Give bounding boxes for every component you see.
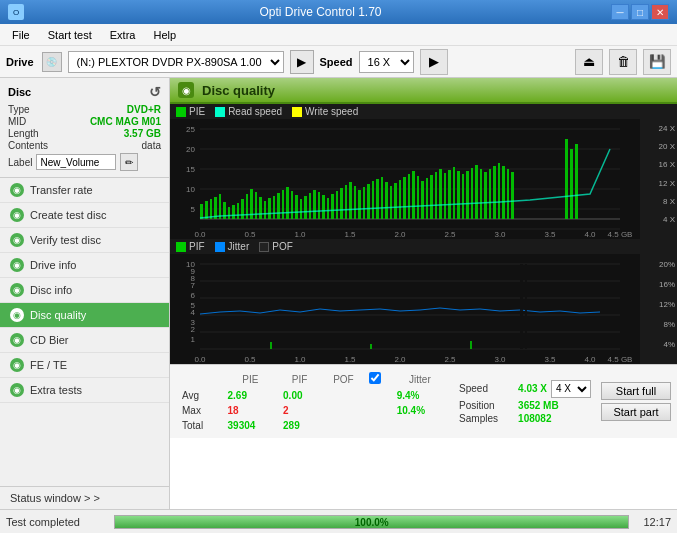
contents-value: data: [142, 140, 161, 151]
disc-info-label: Disc info: [30, 284, 72, 296]
menu-start-test[interactable]: Start test: [40, 27, 100, 43]
svg-text:3.5: 3.5: [544, 355, 556, 364]
svg-rect-62: [426, 178, 428, 219]
sidebar-item-transfer-rate[interactable]: ◉ Transfer rate: [0, 178, 169, 203]
drive-select[interactable]: (N:) PLEXTOR DVDR PX-890SA 1.00: [68, 51, 284, 73]
erase-button[interactable]: 🗑: [609, 49, 637, 75]
chart2-label-20pct: 20%: [647, 260, 675, 269]
sidebar-item-extra-tests[interactable]: ◉ Extra tests: [0, 378, 169, 403]
position-value: 3652 MB: [518, 400, 559, 411]
position-row: Position 3652 MB: [459, 400, 591, 411]
jitter-legend-dot: [215, 242, 225, 252]
chart1-label-20x: 20 X: [647, 142, 675, 151]
type-label: Type: [8, 104, 30, 115]
speed-label: Speed: [459, 383, 514, 394]
create-test-label: Create test disc: [30, 209, 106, 221]
svg-rect-38: [318, 192, 320, 219]
svg-rect-58: [408, 174, 410, 219]
start-part-button[interactable]: Start part: [601, 403, 671, 421]
speed-dropdown[interactable]: 4 X8 X16 X: [551, 380, 591, 398]
svg-text:7: 7: [191, 281, 196, 290]
svg-rect-28: [273, 196, 275, 219]
pof-legend-label: POF: [272, 241, 293, 252]
read-speed-legend-label: Read speed: [228, 106, 282, 117]
status-window-button[interactable]: Status window > >: [0, 487, 169, 509]
drive-arrow-button[interactable]: ▶: [290, 50, 314, 74]
svg-text:2: 2: [191, 325, 196, 334]
svg-rect-21: [241, 199, 244, 219]
svg-rect-64: [435, 172, 437, 219]
cd-bier-label: CD Bier: [30, 334, 69, 346]
maximize-button[interactable]: □: [631, 4, 649, 20]
svg-text:0.0: 0.0: [194, 230, 206, 239]
refresh-button[interactable]: ↺: [149, 84, 161, 100]
sidebar-item-disc-info[interactable]: ◉ Disc info: [0, 278, 169, 303]
sidebar: Disc ↺ Type DVD+R MID CMC MAG M01 Length…: [0, 78, 170, 509]
avg-pif: 0.00: [279, 389, 320, 402]
svg-rect-42: [336, 191, 338, 219]
speed-label: Speed: [320, 56, 353, 68]
eject-button[interactable]: ⏏: [575, 49, 603, 75]
svg-rect-47: [358, 190, 361, 219]
sidebar-item-fe-te[interactable]: ◉ FE / TE: [0, 353, 169, 378]
avg-row: Avg 2.69 0.00 9.4%: [178, 389, 447, 402]
save-button[interactable]: 💾: [643, 49, 671, 75]
svg-rect-70: [462, 174, 464, 219]
svg-text:1.5: 1.5: [344, 230, 356, 239]
drive-info-icon: ◉: [10, 258, 24, 272]
drive-label: Drive: [6, 56, 34, 68]
pif-legend: PIF Jitter POF: [170, 239, 677, 254]
progress-bar: 100.0%: [114, 515, 629, 529]
svg-rect-84: [575, 144, 578, 219]
svg-text:4.0: 4.0: [584, 230, 596, 239]
svg-rect-76: [489, 169, 491, 219]
svg-rect-74: [480, 169, 482, 219]
sidebar-item-disc-quality[interactable]: ◉ Disc quality: [0, 303, 169, 328]
sidebar-item-drive-info[interactable]: ◉ Drive info: [0, 253, 169, 278]
status-bar: Test completed 100.0% 12:17: [0, 509, 677, 533]
sidebar-item-cd-bier[interactable]: ◉ CD Bier: [0, 328, 169, 353]
status-window-label: Status window > >: [10, 492, 100, 504]
avg-label: Avg: [178, 389, 222, 402]
svg-text:0.5: 0.5: [244, 355, 256, 364]
svg-text:3.0: 3.0: [494, 230, 506, 239]
jitter-checkbox[interactable]: [369, 372, 381, 384]
disc-quality-header-icon: ◉: [178, 82, 194, 98]
menu-extra[interactable]: Extra: [102, 27, 144, 43]
svg-text:4.0: 4.0: [584, 355, 596, 364]
label-input[interactable]: [36, 154, 116, 170]
speed-row: Speed 4.03 X 4 X8 X16 X: [459, 380, 591, 398]
svg-rect-29: [277, 193, 280, 219]
max-label: Max: [178, 404, 222, 417]
sidebar-item-verify-test-disc[interactable]: ◉ Verify test disc: [0, 228, 169, 253]
pie-col-header: [178, 371, 222, 387]
speed-select[interactable]: MAX 4 X 8 X 16 X 24 X: [359, 51, 414, 73]
sidebar-item-create-test-disc[interactable]: ◉ Create test disc: [0, 203, 169, 228]
svg-text:3.5: 3.5: [544, 230, 556, 239]
svg-rect-27: [268, 198, 271, 219]
menu-help[interactable]: Help: [145, 27, 184, 43]
svg-rect-75: [484, 172, 487, 219]
svg-rect-77: [493, 166, 496, 219]
close-button[interactable]: ✕: [651, 4, 669, 20]
svg-rect-36: [309, 193, 311, 219]
svg-rect-67: [448, 170, 451, 219]
svg-rect-46: [354, 186, 356, 219]
go-button[interactable]: ▶: [420, 49, 448, 75]
pof-legend-dot: [259, 242, 269, 252]
svg-rect-14: [210, 199, 212, 219]
svg-rect-49: [367, 184, 370, 219]
minimize-button[interactable]: ─: [611, 4, 629, 20]
read-speed-legend-dot: [215, 107, 225, 117]
max-row: Max 18 2 10.4%: [178, 404, 447, 417]
total-pif: 289: [279, 419, 320, 432]
svg-rect-113: [470, 341, 472, 349]
label-edit-button[interactable]: ✏: [120, 153, 138, 171]
menu-file[interactable]: File: [4, 27, 38, 43]
start-full-button[interactable]: Start full: [601, 382, 671, 400]
svg-rect-81: [511, 172, 514, 219]
label-key: Label: [8, 157, 32, 168]
svg-rect-13: [205, 201, 208, 219]
svg-rect-40: [327, 198, 329, 219]
speed-value: 4.03 X: [518, 383, 547, 394]
